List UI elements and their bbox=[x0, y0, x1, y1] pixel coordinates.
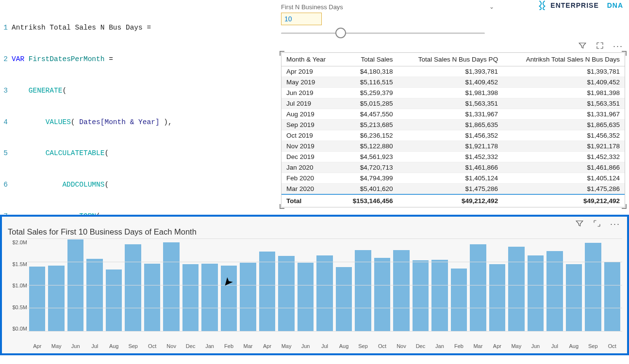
more-options-icon[interactable]: ··· bbox=[610, 219, 620, 229]
table-row[interactable]: Dec 2019$4,561,923$1,452,332$1,452,332 bbox=[281, 152, 625, 162]
chart-bar[interactable] bbox=[201, 264, 217, 331]
filter-icon[interactable] bbox=[575, 219, 584, 229]
chart-bar[interactable] bbox=[431, 260, 447, 331]
chart-bar[interactable] bbox=[221, 266, 237, 331]
slicer-label: First N Business Days bbox=[281, 3, 343, 11]
table-row[interactable]: Aug 2019$4,457,550$1,331,967$1,331,967 bbox=[281, 109, 625, 120]
bar-chart-visual[interactable]: ··· Total Sales for First 10 Business Da… bbox=[0, 215, 629, 355]
table-header[interactable]: Total Sales bbox=[339, 53, 398, 66]
chart-bar[interactable] bbox=[546, 251, 563, 331]
chart-visual-header: ··· bbox=[575, 218, 622, 230]
chart-bar[interactable] bbox=[508, 247, 524, 331]
chart-bar[interactable] bbox=[182, 264, 199, 331]
chart-bar[interactable] bbox=[48, 266, 64, 331]
chart-bar[interactable] bbox=[489, 264, 505, 331]
chart-bar[interactable] bbox=[240, 263, 256, 331]
table-row[interactable]: Oct 2019$6,236,152$1,456,352$1,456,352 bbox=[281, 130, 625, 141]
chart-bar[interactable] bbox=[413, 260, 429, 331]
table-header[interactable]: Month & Year bbox=[281, 53, 339, 66]
enterprise-dna-logo: ENTERPRISE DNA bbox=[537, 0, 623, 11]
chart-x-axis: AprMayJunJulAugSepOctNovDecJanFebMarAprM… bbox=[7, 343, 622, 349]
table-header[interactable]: Total Sales N Bus Days PQ bbox=[397, 53, 503, 66]
chart-bar[interactable] bbox=[604, 262, 620, 331]
table-total-cell: $49,212,492 bbox=[397, 194, 503, 207]
chart-bar[interactable] bbox=[451, 269, 467, 331]
table-row[interactable]: May 2019$5,116,515$1,409,452$1,409,452 bbox=[281, 77, 625, 88]
chart-bar[interactable] bbox=[125, 244, 141, 331]
chart-bar[interactable] bbox=[374, 258, 390, 331]
chevron-down-icon[interactable]: ⌄ bbox=[489, 3, 494, 10]
table-row[interactable]: Jan 2020$4,720,713$1,461,866$1,461,866 bbox=[281, 162, 625, 173]
table-row[interactable]: Jul 2019$5,015,285$1,563,351$1,563,351 bbox=[281, 98, 625, 109]
chart-bar[interactable] bbox=[393, 250, 409, 331]
chart-bar[interactable] bbox=[585, 243, 601, 331]
chart-bar[interactable] bbox=[355, 250, 371, 331]
focus-mode-icon[interactable] bbox=[596, 41, 604, 51]
table-total-cell: Total bbox=[281, 194, 339, 207]
table-row[interactable]: Feb 2020$4,794,399$1,405,124$1,405,124 bbox=[281, 173, 625, 184]
chart-y-axis: $2.0M$1.5M$1.0M$0.5M$0.0M bbox=[7, 238, 27, 332]
results-table[interactable]: Month & YearTotal SalesTotal Sales N Bus… bbox=[281, 52, 625, 207]
filter-icon[interactable] bbox=[578, 41, 587, 51]
chart-bar[interactable] bbox=[528, 255, 544, 331]
chart-bar[interactable] bbox=[29, 267, 45, 331]
chart-bar[interactable] bbox=[566, 264, 582, 331]
table-row[interactable]: Jun 2019$5,259,379$1,981,398$1,981,398 bbox=[281, 88, 625, 98]
more-options-icon[interactable]: ··· bbox=[613, 41, 623, 51]
table-total-cell: $49,212,492 bbox=[503, 194, 625, 207]
chart-bar[interactable] bbox=[259, 252, 275, 331]
chart-bar[interactable] bbox=[298, 263, 314, 331]
table-row[interactable]: Nov 2019$5,122,880$1,921,178$1,921,178 bbox=[281, 141, 625, 152]
chart-bar[interactable] bbox=[336, 267, 352, 331]
dax-editor[interactable]: 1Antriksh Total Sales N Bus Days = 2VAR … bbox=[0, 0, 279, 215]
table-total-cell: $153,146,456 bbox=[339, 194, 398, 207]
chart-bar[interactable] bbox=[278, 256, 294, 331]
slider-thumb[interactable] bbox=[335, 28, 346, 38]
chart-bar[interactable] bbox=[86, 259, 102, 331]
chart-bar[interactable] bbox=[144, 264, 160, 331]
table-row[interactable]: Mar 2020$5,401,620$1,475,286$1,475,286 bbox=[281, 184, 625, 195]
chart-title: Total Sales for First 10 Business Days o… bbox=[8, 227, 622, 237]
table-row[interactable]: Apr 2019$4,180,318$1,393,781$1,393,781 bbox=[281, 66, 625, 77]
chart-bar[interactable] bbox=[106, 269, 122, 331]
chart-plot-area bbox=[27, 238, 622, 332]
slicer-slider[interactable] bbox=[281, 27, 485, 40]
table-row[interactable]: Sep 2019$5,213,685$1,865,635$1,865,635 bbox=[281, 120, 625, 130]
table-header[interactable]: Antriksh Total Sales N Bus Days bbox=[503, 53, 625, 66]
chart-bar[interactable] bbox=[316, 255, 332, 331]
chart-bar[interactable] bbox=[470, 244, 486, 331]
slicer-value-input[interactable] bbox=[281, 13, 322, 25]
chart-bar[interactable] bbox=[163, 242, 179, 331]
table-visual-header: ··· bbox=[281, 40, 625, 52]
focus-mode-icon[interactable] bbox=[593, 219, 601, 229]
